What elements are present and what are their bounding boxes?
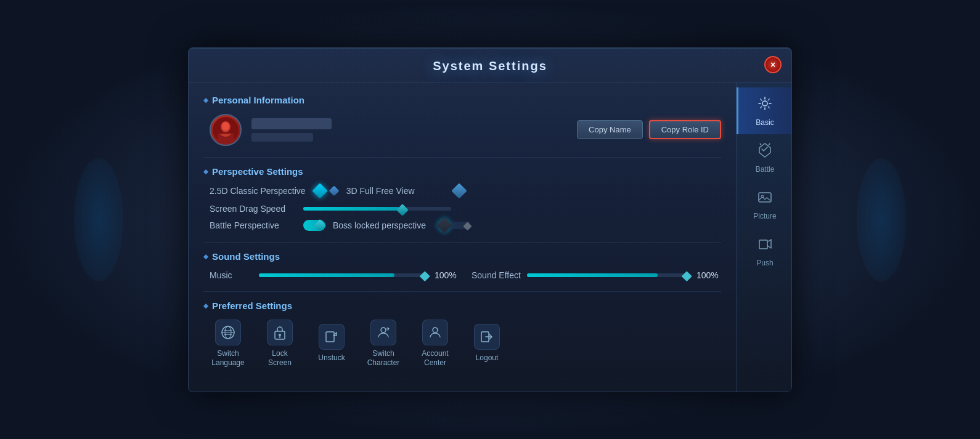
- screen-drag-speed-label: Screen Drag Speed: [210, 204, 296, 214]
- screen-drag-speed-row: Screen Drag Speed: [210, 204, 721, 214]
- toolbar-row: SwitchLanguage: [210, 320, 721, 368]
- unstuck-label: Unstuck: [318, 353, 345, 363]
- sound-effect-label: Sound Effect: [472, 270, 521, 280]
- music-label: Music: [210, 270, 253, 280]
- switch-language-icon-box: [215, 320, 241, 345]
- battle-icon: [756, 142, 774, 161]
- screen-drag-speed-thumb[interactable]: [396, 204, 409, 216]
- sidebar-item-push[interactable]: Push: [737, 228, 791, 275]
- modal-backdrop: System Settings × Personal Information: [0, 0, 980, 439]
- toolbar-item-unstuck[interactable]: Unstuck: [313, 324, 350, 363]
- avatar: [210, 114, 242, 146]
- preferred-settings-label: Preferred Settings: [212, 300, 292, 311]
- svg-point-2: [222, 122, 229, 131]
- copy-name-button[interactable]: Copy Name: [577, 120, 643, 139]
- sidebar-item-battle[interactable]: Battle: [737, 134, 791, 181]
- toolbar-item-switch-language[interactable]: SwitchLanguage: [210, 320, 247, 368]
- preferred-settings-header: Preferred Settings: [203, 300, 721, 311]
- perspective-type-row: 2.5D Classic Perspective 3D Full Free Vi…: [210, 185, 721, 196]
- divider-1: [203, 157, 721, 158]
- svg-point-12: [433, 328, 438, 332]
- personal-information-section: Personal Information: [203, 95, 721, 146]
- sound-effect-fill: [527, 273, 658, 277]
- switch-character-label: SwitchCharacter: [367, 349, 400, 368]
- perspective-3d-btn[interactable]: [451, 183, 467, 198]
- boss-locked-toggle-group: [439, 220, 470, 231]
- svg-rect-17: [759, 193, 771, 202]
- music-fill: [259, 273, 394, 277]
- svg-point-14: [762, 101, 767, 106]
- screen-drag-speed-fill: [303, 207, 399, 211]
- music-slider[interactable]: [259, 273, 428, 277]
- battle-perspective-toggle[interactable]: [303, 220, 325, 231]
- boss-locked-btn[interactable]: [436, 217, 452, 233]
- battle-perspective-row: Battle Perspective Boss locked perspecti…: [210, 220, 721, 231]
- main-content: Personal Information: [189, 83, 736, 392]
- switch-language-label: SwitchLanguage: [211, 349, 244, 368]
- switch-character-icon-box: [370, 320, 396, 345]
- perspective-toggle[interactable]: [314, 185, 338, 196]
- preferred-settings-section: Preferred Settings: [203, 300, 721, 368]
- push-label: Push: [756, 259, 773, 267]
- perspective-settings-header: Perspective Settings: [203, 166, 721, 177]
- account-center-icon-box: [422, 320, 448, 345]
- picture-label: Picture: [753, 212, 776, 220]
- divider-3: [203, 291, 721, 292]
- player-name-bar: [251, 118, 332, 129]
- svg-point-8: [279, 334, 281, 336]
- divider-2: [203, 242, 721, 243]
- battle-perspective-label: Battle Perspective: [210, 220, 296, 230]
- copy-buttons-group: Copy Name Copy Role ID: [577, 120, 721, 139]
- player-info-row: Copy Name Copy Role ID: [210, 114, 721, 146]
- svg-rect-10: [326, 332, 334, 342]
- toolbar-item-logout[interactable]: Logout: [468, 324, 505, 363]
- personal-info-label: Personal Information: [212, 95, 304, 105]
- unstuck-icon-box: [319, 324, 345, 350]
- basic-label: Basic: [756, 118, 774, 127]
- basic-icon: [756, 95, 774, 115]
- player-name-column: [251, 118, 332, 142]
- music-value: 100%: [435, 270, 459, 280]
- account-center-label: AccountCenter: [422, 349, 448, 368]
- sidebar-item-picture[interactable]: Picture: [737, 181, 791, 228]
- close-button[interactable]: ×: [764, 56, 782, 73]
- picture-icon: [756, 188, 774, 208]
- modal-header: System Settings ×: [189, 48, 791, 83]
- boss-locked-perspective-label: Boss locked perspective: [333, 220, 431, 230]
- svg-rect-19: [759, 240, 767, 249]
- sound-row: Music 100% Sound Effect: [210, 270, 721, 280]
- system-settings-modal: System Settings × Personal Information: [188, 47, 792, 392]
- modal-title: System Settings: [433, 59, 547, 73]
- sound-effect-value: 100%: [696, 270, 721, 280]
- personal-info-header: Personal Information: [203, 95, 721, 105]
- copy-role-id-button[interactable]: Copy Role ID: [649, 120, 721, 139]
- sound-settings-section: Sound Settings Music 100%: [203, 251, 721, 280]
- perspective-left-btn[interactable]: [312, 183, 327, 198]
- player-id-bar: [251, 133, 313, 142]
- music-thumb[interactable]: [420, 271, 430, 281]
- sidebar-item-basic[interactable]: Basic: [737, 87, 791, 134]
- close-icon: ×: [770, 60, 775, 70]
- battle-label: Battle: [756, 165, 775, 174]
- modal-body: Personal Information: [189, 83, 791, 392]
- toolbar-item-lock-screen[interactable]: LockScreen: [261, 320, 298, 368]
- toolbar-item-switch-character[interactable]: SwitchCharacter: [365, 320, 402, 368]
- logout-icon-box: [474, 324, 500, 350]
- perspective-settings-section: Perspective Settings 2.5D Classic Perspe…: [203, 166, 721, 231]
- svg-point-11: [381, 328, 386, 332]
- sound-settings-label: Sound Settings: [212, 251, 280, 262]
- sound-effect-slider[interactable]: [527, 273, 690, 277]
- sound-settings-header: Sound Settings: [203, 251, 721, 262]
- perspective-settings-label: Perspective Settings: [212, 166, 303, 177]
- perspective-right-btn[interactable]: [329, 185, 339, 196]
- toolbar-item-account-center[interactable]: AccountCenter: [417, 320, 454, 368]
- sound-effect-thumb[interactable]: [682, 271, 692, 281]
- sound-effect-item: Sound Effect 100%: [472, 270, 721, 280]
- sidebar: Basic Battle: [736, 83, 791, 392]
- svg-line-16: [769, 143, 770, 145]
- perspective-right-label: 3D Full Free View: [346, 186, 445, 196]
- push-icon: [756, 235, 774, 255]
- lock-screen-label: LockScreen: [268, 349, 292, 368]
- screen-drag-speed-slider[interactable]: [303, 207, 451, 211]
- svg-line-15: [760, 143, 761, 145]
